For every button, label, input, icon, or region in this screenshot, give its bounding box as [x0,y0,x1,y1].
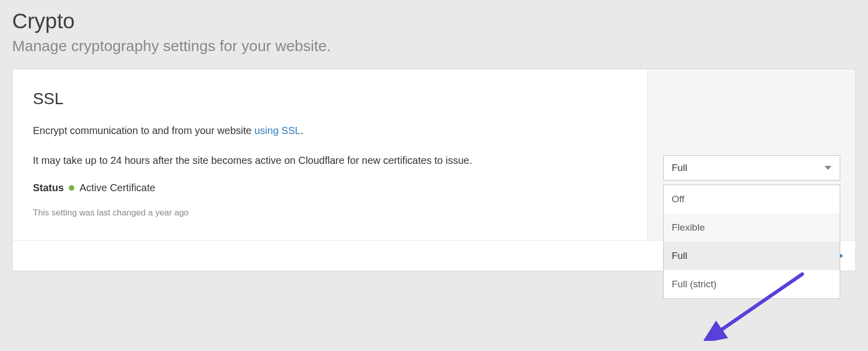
ssl-note: It may take up to 24 hours after the sit… [33,152,627,169]
ssl-mode-select-wrap: Full Off Flexible Full Full (strict) [663,155,840,181]
ssl-mode-option-off[interactable]: Off [664,185,840,213]
page-title: Crypto [12,9,856,33]
ssl-mode-option-flexible[interactable]: Flexible [664,213,840,242]
status-label: Status [33,182,64,194]
status-dot-icon [69,185,74,191]
ssl-section-title: SSL [33,90,627,108]
last-changed-text: This setting was last changed a year ago [33,208,627,218]
card-right-panel: Full Off Flexible Full Full (strict) [648,69,855,271]
ssl-description: Encrypt communication to and from your w… [33,122,627,139]
ssl-status-line: Status Active Certificate [33,182,627,194]
chevron-down-icon [824,166,832,170]
ssl-mode-select[interactable]: Full [663,155,840,181]
ssl-desc-prefix: Encrypt communication to and from your w… [33,125,254,136]
status-value: Active Certificate [79,182,155,194]
page-subtitle: Manage cryptography settings for your we… [12,37,856,55]
ssl-mode-option-full-strict[interactable]: Full (strict) [664,270,840,298]
ssl-mode-option-full[interactable]: Full [664,242,840,270]
using-ssl-link[interactable]: using SSL [254,125,300,136]
ssl-settings-card: SSL Encrypt communication to and from yo… [12,69,856,271]
ssl-mode-selected-value: Full [672,162,687,173]
ssl-mode-dropdown: Off Flexible Full Full (strict) [663,185,840,299]
ssl-desc-suffix: . [300,125,303,136]
